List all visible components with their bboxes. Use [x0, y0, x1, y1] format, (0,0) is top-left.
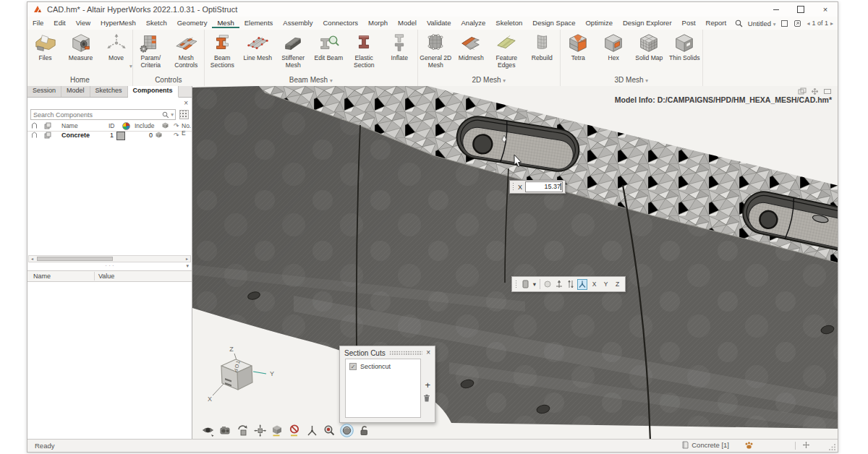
axis-x-button[interactable]: X [590, 279, 599, 290]
toolbar-drag-handle[interactable] [515, 280, 518, 289]
tool-inflate[interactable]: Inflate [382, 32, 417, 69]
section-plane-button[interactable] [520, 279, 529, 290]
model-canvas[interactable] [192, 86, 838, 440]
review-icon[interactable]: ↷ [174, 132, 179, 139]
cube-icon[interactable] [156, 132, 162, 138]
layout-icon[interactable] [780, 20, 788, 27]
hide-icon[interactable] [288, 424, 302, 437]
tool-stiffener-mesh[interactable]: Stiffener Mesh [276, 32, 311, 69]
tool-param-criteria[interactable]: Param/ Criteria [133, 32, 169, 69]
menu-edit[interactable]: Edit [48, 17, 70, 27]
col-name[interactable]: Name [61, 122, 78, 129]
tab-components[interactable]: Components [128, 86, 179, 98]
plane-dropdown-caret-icon[interactable]: ▾ [532, 279, 537, 290]
menu-assembly[interactable]: Assembly [278, 17, 318, 27]
ribbon-group-label-controls[interactable]: Controls [155, 75, 182, 86]
tool-general-2d-mesh[interactable]: General 2D Mesh [418, 32, 454, 69]
scrollbar-thumb[interactable] [37, 257, 113, 261]
model-pages-icon[interactable] [798, 87, 807, 95]
col-include[interactable]: Include [135, 122, 154, 129]
dialog-close-icon[interactable]: × [426, 349, 430, 356]
ribbon-group-label-home[interactable]: Home [70, 75, 90, 86]
menu-analyze[interactable]: Analyze [456, 17, 491, 27]
menu-validate[interactable]: Validate [422, 17, 456, 27]
spherical-clip-icon-active[interactable] [340, 424, 354, 437]
menu-post[interactable]: Post [677, 17, 701, 27]
scroll-right-icon[interactable]: ▸ [184, 256, 190, 262]
view-cube[interactable]: TOP Z Y X [200, 340, 286, 409]
menu-design-explorer[interactable]: Design Explorer [618, 17, 677, 27]
tool-solid-map[interactable]: Solid Map [631, 32, 667, 69]
layers-icon[interactable] [44, 132, 51, 139]
search-icon[interactable] [735, 20, 743, 27]
menu-optimize[interactable]: Optimize [580, 17, 617, 27]
ribbon-group-label-2d-mesh[interactable]: 2D Mesh ▾ [472, 75, 506, 86]
move-panel-icon[interactable] [811, 87, 819, 95]
tool-mesh-controls[interactable]: Mesh Controls [169, 32, 204, 69]
graphics-viewport[interactable]: Model Info: D:/CAMPAIGNS/HPD/HM_HEXA_MES… [192, 86, 838, 440]
panel-splitter[interactable]: · · ·▾ [27, 264, 192, 270]
tab-session[interactable]: Session [27, 86, 61, 97]
mask-icon[interactable] [271, 424, 284, 437]
component-include[interactable]: 0 [149, 132, 153, 139]
section-cut-item[interactable]: ✓ Sectioncut [349, 363, 420, 370]
tooltip-drag-handle[interactable] [512, 182, 515, 192]
table-settings-button[interactable] [179, 110, 189, 119]
tool-files[interactable]: Files [27, 32, 63, 69]
reverse-section-button[interactable] [566, 279, 575, 290]
rotate-view-icon[interactable] [236, 424, 250, 437]
search-options-caret-icon[interactable]: ▾ [171, 111, 174, 118]
dialog-drag-handle[interactable] [389, 351, 422, 356]
menu-geometry[interactable]: Geometry [172, 17, 213, 27]
align-plane-button[interactable] [554, 279, 563, 290]
title-bar[interactable]: CAD.hm* - Altair HyperWorks 2022.1.0.31 … [27, 2, 838, 17]
next-page-icon[interactable]: ▸ [830, 20, 833, 27]
move-entities-icon[interactable] [253, 424, 267, 437]
menu-view[interactable]: View [71, 17, 95, 27]
maximize-button[interactable] [788, 2, 813, 17]
checkbox-checked-icon[interactable]: ✓ [349, 363, 357, 370]
coordinate-input[interactable]: 15.37 [525, 181, 563, 192]
tool-move[interactable]: Move [98, 32, 134, 69]
menu-file[interactable]: File [27, 17, 48, 27]
axis-align-button-active[interactable] [577, 279, 587, 290]
tool-thin-solids[interactable]: Thin Solids [667, 32, 702, 69]
ghost-display-button[interactable] [542, 279, 552, 290]
resize-grip[interactable] [829, 443, 836, 450]
minimize-button[interactable] [764, 2, 788, 17]
search-icon[interactable] [162, 111, 169, 119]
menu-report[interactable]: Report [701, 17, 732, 27]
ribbon-group-label-3d-mesh[interactable]: 3D Mesh ▾ [614, 75, 648, 86]
systems-triad-icon[interactable] [305, 424, 319, 437]
menu-connectors[interactable]: Connectors [318, 17, 363, 27]
axis-y-button[interactable]: Y [601, 279, 610, 290]
menu-skeleton[interactable]: Skeleton [490, 17, 527, 27]
menu-design-space[interactable]: Design Space [527, 17, 580, 27]
menu-elements[interactable]: Elements [239, 17, 278, 27]
tool-beam-sections[interactable]: Beam Sections [205, 32, 240, 69]
tool-edit-beam[interactable]: Edit Beam [311, 32, 346, 69]
session-selector[interactable]: Untitled ▾ [748, 20, 776, 27]
camera-views-icon[interactable] [218, 424, 232, 437]
move-dropdown-caret-icon[interactable]: ▾ [129, 63, 132, 69]
menu-hypermesh[interactable]: HyperMesh [95, 17, 141, 27]
collapse-caret-icon[interactable]: ▾ [186, 264, 189, 268]
tab-sketches[interactable]: Sketches [90, 86, 128, 97]
find-entities-icon[interactable] [323, 424, 336, 437]
component-color-swatch[interactable] [116, 132, 125, 140]
tool-hex[interactable]: Hex [596, 32, 631, 69]
position-icon[interactable] [802, 441, 810, 449]
menu-sketch[interactable]: Sketch [141, 17, 172, 27]
prev-page-icon[interactable]: ◂ [807, 20, 809, 27]
tool-line-mesh[interactable]: Line Mesh [240, 32, 276, 69]
horizontal-scrollbar[interactable]: ◂ ▸ [28, 255, 191, 262]
entity-state-icon[interactable] [31, 132, 38, 139]
add-section-cut-button[interactable]: + [425, 381, 430, 390]
component-id[interactable]: 1 [110, 132, 114, 139]
tool-measure[interactable]: Measure [63, 32, 98, 69]
view-options-icon[interactable] [201, 424, 215, 437]
delete-section-cut-icon[interactable] [423, 394, 430, 402]
page-preview-icon[interactable] [793, 20, 801, 27]
tool-midmesh[interactable]: Midmesh [454, 32, 489, 69]
scroll-left-icon[interactable]: ◂ [29, 256, 35, 262]
